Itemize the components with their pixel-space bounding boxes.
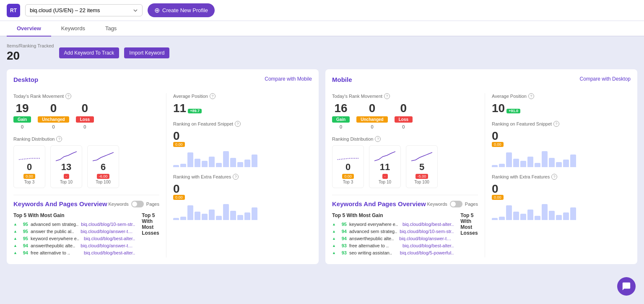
mobile-dist-top10-chart — [374, 149, 395, 162]
desktop-gain-badge: Gain — [13, 116, 31, 123]
desktop-loss-sub: 0 — [76, 124, 94, 129]
dist-top10: 13 - Top 10 — [50, 145, 82, 188]
kw-url[interactable]: biq.cloud/blog/best-alter.. — [84, 250, 135, 255]
kw-score: 95 — [20, 222, 28, 227]
mobile-keywords-pages-toggle[interactable] — [450, 201, 462, 207]
extra-info-icon[interactable]: ? — [551, 174, 557, 180]
bar — [180, 164, 186, 167]
profile-select[interactable]: biq.cloud (US/EN) – 22 items — [25, 4, 143, 16]
kw-row: ▲ 95 answer the public al.. biq.cloud/bl… — [13, 229, 135, 234]
bar — [563, 160, 569, 167]
extra-num: 0 — [492, 183, 631, 195]
kw-url[interactable]: biq.cloud/blog/10-sem-str.. — [400, 229, 454, 234]
kw-url[interactable]: biq.cloud/blog/best-alter.. — [402, 243, 454, 248]
avg-pos-label: Average Position ? — [173, 93, 312, 99]
mobile-loss-num: 0 — [395, 102, 413, 114]
kw-name: free alternative to .. — [31, 250, 81, 255]
import-keyword-button[interactable]: Import Keyword — [124, 47, 169, 58]
tab-bar: Overview Keywords Tags — [0, 21, 644, 37]
desktop-unchanged-sub: 0 — [38, 124, 69, 129]
snippet-label: Ranking on Featured Snippet ? — [492, 121, 631, 127]
mobile-gain-num: 16 — [332, 102, 350, 114]
dist-top100: 6 -6.00 Top 100 — [87, 145, 119, 188]
kw-url[interactable]: biq.cloud/blog/10-sem-str.. — [81, 222, 135, 227]
tab-tags[interactable]: Tags — [95, 21, 127, 37]
create-profile-button[interactable]: ⊕ Create New Profile — [148, 3, 215, 17]
keywords-pages-toggle[interactable] — [131, 201, 144, 207]
add-keyword-button[interactable]: Add Keyword To Track — [59, 47, 119, 58]
kw-url[interactable]: biq.cloud/blog/best-alter.. — [84, 236, 135, 241]
bar — [173, 165, 179, 167]
kw-url[interactable]: biq.cloud/blog/best-alter.. — [402, 222, 454, 227]
avg-pos-num: 10+91.0 — [492, 102, 631, 114]
avg-pos: 11+89.7 — [173, 102, 312, 114]
desktop-toggle-group: Keywords Pages — [109, 201, 160, 207]
snippet-bar-chart — [492, 150, 631, 167]
snippet-info-icon[interactable]: ? — [553, 121, 559, 127]
dist-top10-label: Top 10 — [56, 180, 77, 184]
avg-pos-label: Average Position ? — [492, 93, 631, 99]
desktop-gain-sub: 0 — [13, 124, 31, 129]
bar — [195, 159, 200, 167]
create-profile-label: Create New Profile — [162, 7, 208, 13]
mobile-dist-top10: 11 - Top 10 — [369, 145, 401, 188]
kw-url[interactable]: biq.cloud/blog/5-powerful.. — [400, 250, 454, 255]
tab-overview[interactable]: Overview — [7, 21, 51, 37]
dist-top100-chart — [93, 149, 114, 162]
bar — [216, 216, 222, 220]
bar — [570, 207, 576, 220]
kw-arrow-icon: ▲ — [332, 222, 336, 226]
panel-right-col: Average Position ? 10+91.0 Ranking on Fe… — [485, 93, 631, 257]
kw-score: 95 — [20, 229, 28, 234]
mobile-loss-badge: Loss — [395, 116, 413, 123]
mobile-dist-info-icon[interactable]: ? — [375, 136, 381, 142]
kw-arrow-icon: ▲ — [13, 222, 17, 226]
extra-info-icon[interactable]: ? — [233, 174, 239, 180]
tab-keywords[interactable]: Keywords — [51, 21, 95, 37]
mobile-gain-col-title: Top 5 With Most Gain — [332, 212, 454, 218]
mobile-divider — [332, 195, 478, 195]
snippet-bar-chart — [173, 150, 312, 167]
kw-arrow-icon: ▲ — [13, 229, 17, 233]
items-info: Items/Ranking Tracked 20 — [7, 43, 54, 63]
kw-url[interactable]: biq.cloud/blog/answer-the.. — [80, 229, 135, 234]
kw-row: ▲ 93 free alternative to .. biq.cloud/bl… — [332, 243, 454, 248]
kw-score: 93 — [338, 250, 347, 255]
mobile-rank-movement-info-icon[interactable]: ? — [384, 93, 390, 99]
avg-pos-info-icon[interactable]: ? — [210, 93, 216, 99]
desktop-kw-columns: Top 5 With Most Gain ▲ 95 advanced sem s… — [13, 212, 159, 257]
mobile-toggle-knob — [451, 202, 456, 207]
extra-features-section: Ranking with Extra Features ? 0 0.00 — [173, 174, 312, 220]
extra-bar-chart — [492, 203, 631, 220]
bar — [187, 152, 193, 167]
kw-score: 94 — [20, 243, 28, 248]
dist-info-icon[interactable]: ? — [56, 136, 62, 142]
kw-url[interactable]: biq.cloud/blog/answer-the.. — [80, 243, 135, 248]
bar — [535, 163, 540, 167]
bar — [549, 211, 555, 220]
snippet-info-icon[interactable]: ? — [235, 121, 241, 127]
desktop-inner-grid: Today's Rank Movement ? 19 Gain 0 0 Unch… — [13, 93, 312, 257]
snippet-num: 0 — [492, 130, 631, 142]
bar — [513, 159, 519, 167]
desktop-kw-title: Keywords And Pages Overview — [13, 200, 107, 207]
mobile-rank-movement: 16 Gain 0 0 Unchanged 0 0 Loss 0 — [332, 102, 478, 129]
mobile-distribution: 0 0.00 Top 3 11 - Top 10 5 — [332, 145, 478, 188]
rank-movement-info-icon[interactable]: ? — [65, 93, 71, 99]
bar — [216, 163, 222, 167]
desktop-gain-col-title: Top 5 With Most Gain — [13, 212, 135, 218]
kw-row: ▲ 95 advanced sem strateg.. biq.cloud/bl… — [13, 222, 135, 227]
kw-row: ▲ 95 keyword everywhere e.. biq.cloud/bl… — [332, 222, 454, 227]
desktop-gain-num: 19 — [13, 102, 31, 114]
top-bar: RT biq.cloud (US/EN) – 22 items ⊕ Create… — [0, 0, 644, 21]
bar — [506, 205, 512, 220]
kw-url[interactable]: biq.cloud/blog/answer-the.. — [399, 236, 454, 241]
bar — [252, 155, 257, 167]
mobile-loss-box: 0 Loss 0 — [395, 102, 413, 129]
compare-mobile-link[interactable]: Compare with Mobile — [265, 76, 312, 82]
toggle-keywords-label: Keywords — [109, 202, 129, 207]
compare-desktop-link[interactable]: Compare with Desktop — [580, 76, 631, 82]
extra-badge: 0.00 — [173, 195, 185, 200]
avg-pos-info-icon[interactable]: ? — [528, 93, 534, 99]
bar — [563, 212, 569, 220]
